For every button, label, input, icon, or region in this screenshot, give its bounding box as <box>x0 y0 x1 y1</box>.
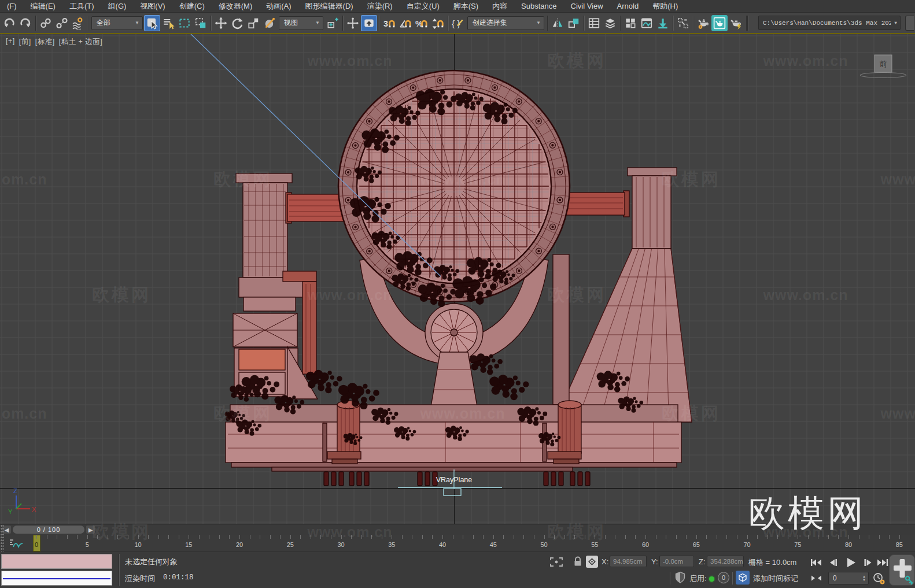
undo-icon[interactable] <box>1 15 17 31</box>
keyboard-override-toggle[interactable] <box>361 15 377 31</box>
mirror-icon[interactable] <box>549 15 566 31</box>
viewcube-front-face[interactable]: 前 <box>880 60 887 68</box>
snap-toggle-3d-icon[interactable]: 3 <box>381 15 397 31</box>
deco <box>355 226 356 228</box>
select-and-move-icon[interactable] <box>213 15 229 31</box>
menu-item-15[interactable]: Arnold <box>610 0 646 13</box>
viewcube[interactable]: 前 <box>860 55 906 78</box>
reference-coordinate-dropdown[interactable]: 视图▼ <box>279 16 323 30</box>
menu-item-0[interactable]: (F) <box>0 0 24 13</box>
panel-grip[interactable] <box>1 524 4 552</box>
layer-explorer-icon[interactable] <box>602 15 618 31</box>
deco <box>330 375 334 379</box>
render-setup-icon[interactable] <box>695 15 711 31</box>
menu-item-1[interactable]: 编辑(E) <box>24 0 62 13</box>
selection-filter-dropdown[interactable]: 全部▼ <box>91 16 143 30</box>
key-mode-toggle[interactable] <box>810 573 824 585</box>
macro-recorder-field[interactable] <box>1 554 112 569</box>
viewport-label-segment-2[interactable]: [标准] <box>35 37 55 47</box>
deco <box>394 427 400 433</box>
angle-snap-icon[interactable] <box>397 15 414 31</box>
go-to-start-button[interactable] <box>809 556 824 569</box>
viewport-front[interactable]: VRayPlane 前 Z X Y [+][前][标准][粘土 + 边面] <box>0 34 915 524</box>
next-frame-arrow[interactable]: ▶ <box>86 526 95 534</box>
render-production-icon[interactable] <box>728 15 744 31</box>
clipped-toolbar-icon[interactable] <box>905 16 914 31</box>
project-folder-dropdown[interactable]: C:\Users\Han\Documents\3ds Max 2022▼ <box>758 16 901 30</box>
menu-item-6[interactable]: 修改器(M) <box>212 0 260 13</box>
default-shading-cube-icon[interactable] <box>736 571 750 585</box>
menu-item-2[interactable]: 工具(T) <box>62 0 101 13</box>
frame-tick <box>595 535 595 539</box>
window-crossing-icon[interactable] <box>193 15 209 31</box>
deco <box>447 101 453 108</box>
menu-item-10[interactable]: 自定义(U) <box>400 0 447 13</box>
deco <box>231 419 235 423</box>
curve-editor-icon[interactable] <box>639 15 655 31</box>
viewport-label-segment-0[interactable]: [+] <box>6 37 15 47</box>
deco <box>578 472 582 486</box>
deco <box>349 441 353 444</box>
menu-item-5[interactable]: 创建(C) <box>172 0 212 13</box>
rectangular-selection-region-icon[interactable] <box>176 15 193 31</box>
select-by-name-icon[interactable] <box>160 15 176 31</box>
maxscript-mini-listener[interactable] <box>1 571 112 586</box>
redo-icon[interactable] <box>17 15 34 31</box>
x-coord-field[interactable]: 94.985cm <box>610 556 647 567</box>
menu-item-9[interactable]: 渲染(R) <box>360 0 400 13</box>
current-frame-field[interactable]: 0 ▲▼ <box>828 572 869 585</box>
menu-item-13[interactable]: Substance <box>514 0 563 13</box>
time-configuration-icon[interactable] <box>872 572 886 587</box>
render-frame-window-icon[interactable] <box>711 15 728 31</box>
safe-frames-shield-icon[interactable] <box>674 571 686 586</box>
deco <box>252 389 256 393</box>
y-coord-field[interactable]: -0.0cm <box>659 556 694 567</box>
zero-badge[interactable]: 0 <box>718 572 729 583</box>
time-slider-handle[interactable]: 0 / 100 <box>13 526 84 534</box>
axis-constraint-icon[interactable] <box>345 15 361 31</box>
isolate-selection-icon[interactable] <box>549 557 563 569</box>
menu-item-11[interactable]: 脚本(S) <box>447 0 485 13</box>
selection-set-dropdown[interactable]: 创建选择集▼ <box>467 16 544 30</box>
next-frame-button[interactable] <box>861 556 876 569</box>
named-selection-sets-icon[interactable]: { } <box>450 15 466 31</box>
deco <box>479 277 484 282</box>
mini-curve-editor-icon[interactable] <box>8 537 25 550</box>
play-button[interactable] <box>842 556 859 569</box>
select-and-manipulate-icon[interactable] <box>261 15 278 31</box>
go-to-end-button[interactable] <box>876 556 890 569</box>
bind-spacewarp-icon[interactable] <box>70 15 86 31</box>
scene-explorer-icon[interactable] <box>586 15 602 31</box>
previous-frame-button[interactable] <box>826 556 841 569</box>
z-coord-field[interactable]: 354.288cm <box>707 556 744 567</box>
unlink-icon[interactable] <box>54 15 70 31</box>
menu-item-14[interactable]: Civil View <box>564 0 610 13</box>
link-icon[interactable] <box>38 15 54 31</box>
use-pivot-center-icon[interactable] <box>324 15 341 31</box>
spinner-arrows-icon[interactable]: ▲▼ <box>862 575 866 582</box>
percent-snap-icon[interactable]: % <box>414 15 430 31</box>
deco <box>518 101 520 102</box>
menu-item-3[interactable]: 组(G) <box>101 0 134 13</box>
menu-item-12[interactable]: 内容 <box>485 0 514 13</box>
create-key-plus-button[interactable] <box>889 554 915 586</box>
absolute-offset-mode-icon[interactable] <box>586 556 598 568</box>
selection-lock-icon[interactable] <box>573 556 583 569</box>
select-and-rotate-icon[interactable] <box>229 15 245 31</box>
viewport-canvas[interactable]: VRayPlane 前 Z X Y <box>0 34 915 524</box>
dope-sheet-icon[interactable] <box>655 15 671 31</box>
menu-item-4[interactable]: 视图(V) <box>133 0 172 13</box>
spinner-snap-icon[interactable] <box>430 15 446 31</box>
select-object-button[interactable] <box>144 15 160 31</box>
menu-item-7[interactable]: 动画(A) <box>259 0 298 13</box>
schematic-view-icon[interactable] <box>675 15 691 31</box>
ribbon-toggle-icon[interactable] <box>622 15 639 31</box>
viewport-label-segment-1[interactable]: [前] <box>19 37 31 47</box>
align-icon[interactable] <box>566 15 582 31</box>
menu-item-8[interactable]: 图形编辑器(D) <box>298 0 360 13</box>
viewport-label-segment-3[interactable]: [粘土 + 边面] <box>59 37 103 47</box>
track-bar[interactable]: 0510152025303540455055606570758085 <box>0 535 915 552</box>
select-and-scale-icon[interactable] <box>245 15 261 31</box>
add-time-tag[interactable]: 添加时间标记 <box>753 574 798 584</box>
menu-item-16[interactable]: 帮助(H) <box>645 0 685 13</box>
